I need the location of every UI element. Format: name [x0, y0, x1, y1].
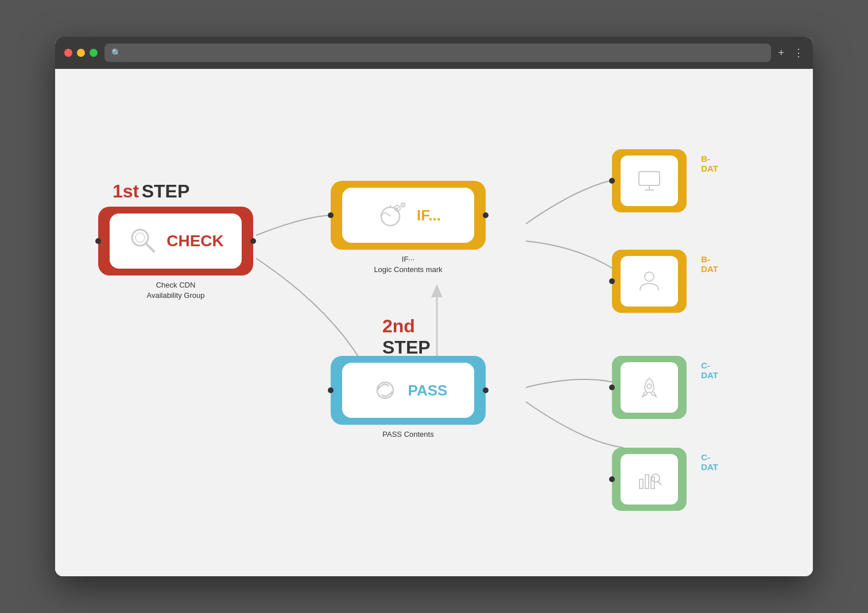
bdat2-card: [612, 250, 687, 313]
cdat2-card: [612, 448, 687, 511]
svg-point-23: [652, 474, 660, 482]
chart-icon: [637, 468, 661, 491]
minimize-button[interactable]: [77, 49, 85, 57]
browser-content: 1st STEP C: [55, 69, 813, 576]
more-button[interactable]: ⋮: [793, 46, 804, 59]
step2-num: 2nd: [382, 316, 415, 336]
cdat1-inner: [621, 362, 678, 413]
close-button[interactable]: [64, 49, 72, 57]
svg-marker-1: [431, 284, 443, 297]
svg-point-5: [135, 233, 145, 242]
browser-window: 🔍 + ⋮: [55, 37, 813, 576]
bdat1-node[interactable]: B- DAT: [612, 149, 687, 212]
check-dot-right: [250, 238, 256, 244]
cdat2-node[interactable]: C- DAT: [612, 448, 687, 511]
svg-rect-20: [640, 479, 643, 488]
if-dot-left: [328, 212, 334, 218]
step1-num: 1st: [113, 181, 139, 201]
pass-node[interactable]: PASS PASS Contents: [331, 356, 486, 440]
cdat1-card: [612, 356, 687, 419]
svg-rect-15: [639, 172, 660, 185]
bdat2-node[interactable]: B- DAT: [612, 250, 687, 313]
cdat2-label: C- DAT: [701, 452, 718, 472]
pass-card: PASS: [331, 356, 486, 425]
pass-label: PASS: [408, 382, 448, 399]
if-node[interactable]: IF... IF··· Logic Contents mark: [331, 181, 486, 275]
step1-label: 1st STEP: [113, 181, 189, 202]
bdat1-dot: [609, 178, 615, 184]
rocket-icon: [638, 376, 661, 399]
svg-line-24: [658, 482, 661, 485]
canvas: 1st STEP C: [55, 69, 813, 576]
magnify-icon: [127, 225, 160, 257]
chrome-actions: + ⋮: [778, 46, 804, 59]
cdat2-inner: [621, 454, 678, 505]
pass-icon: [369, 374, 401, 406]
pass-dot-right: [483, 387, 489, 393]
search-icon: 🔍: [111, 48, 121, 57]
svg-point-11: [402, 204, 404, 206]
cdat2-dot: [609, 476, 615, 482]
svg-point-9: [396, 207, 398, 209]
bdat2-label: B- DAT: [701, 254, 718, 274]
check-label: CHECK: [166, 232, 224, 250]
pass-dot-left: [328, 387, 334, 393]
step2-label: 2nd STEP: [382, 316, 431, 358]
check-inner: CHECK: [110, 214, 242, 269]
bdat1-inner: [621, 156, 678, 206]
bdat2-dot: [609, 278, 615, 284]
if-dot-right: [483, 212, 489, 218]
svg-point-18: [645, 272, 654, 281]
pass-sublabel: PASS Contents: [382, 429, 433, 440]
bdat1-card: [612, 149, 687, 212]
if-sublabel: IF··· Logic Contents mark: [374, 254, 442, 275]
svg-line-4: [146, 243, 154, 251]
cdat1-dot: [609, 385, 615, 390]
check-sublabel: Check CDN Availability Group: [147, 280, 205, 301]
address-bar[interactable]: 🔍: [104, 44, 771, 62]
svg-point-19: [647, 384, 652, 389]
if-inner: IF...: [342, 188, 474, 243]
browser-chrome: 🔍 + ⋮: [55, 37, 813, 69]
pass-inner: PASS: [342, 363, 474, 418]
cdat1-node[interactable]: C- DAT: [612, 356, 687, 419]
check-dot-left: [95, 238, 101, 244]
bdat2-inner: [621, 256, 678, 306]
if-label: IF...: [417, 207, 441, 224]
connection-lines: [55, 69, 813, 576]
cdat1-label: C- DAT: [701, 360, 718, 380]
check-card: CHECK: [98, 207, 253, 276]
monitor-icon: [638, 170, 661, 191]
svg-rect-21: [645, 475, 649, 488]
head-gear-icon: [375, 199, 410, 231]
new-tab-button[interactable]: +: [778, 47, 784, 59]
step2-text: STEP: [382, 337, 431, 358]
person-icon: [638, 270, 661, 293]
maximize-button[interactable]: [90, 49, 98, 57]
bdat1-label: B- DAT: [701, 154, 718, 173]
if-card: IF...: [331, 181, 486, 250]
check-node[interactable]: CHECK Check CDN Availability Group: [98, 207, 253, 301]
traffic-lights: [64, 49, 98, 57]
step1-text: STEP: [142, 181, 190, 201]
